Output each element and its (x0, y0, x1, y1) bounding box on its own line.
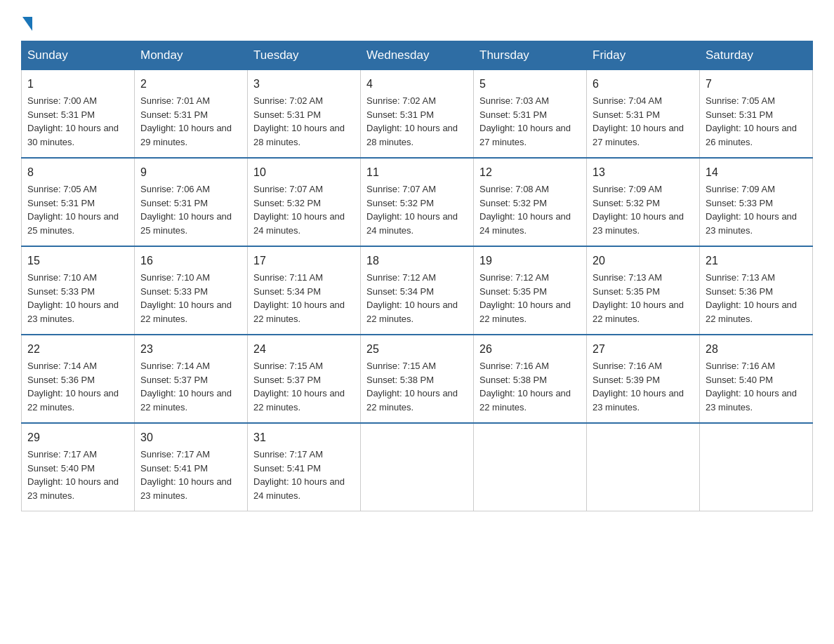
day-info: Sunrise: 7:14 AMSunset: 5:37 PMDaylight:… (140, 361, 232, 412)
day-number: 26 (479, 341, 581, 358)
day-info: Sunrise: 7:16 AMSunset: 5:38 PMDaylight:… (479, 361, 571, 412)
day-cell: 7 Sunrise: 7:05 AMSunset: 5:31 PMDayligh… (700, 70, 813, 159)
day-info: Sunrise: 7:07 AMSunset: 5:32 PMDaylight:… (253, 184, 345, 236)
day-number: 7 (706, 76, 807, 93)
day-info: Sunrise: 7:10 AMSunset: 5:33 PMDaylight:… (27, 272, 119, 324)
page-header (21, 14, 813, 28)
day-cell: 1 Sunrise: 7:00 AMSunset: 5:31 PMDayligh… (22, 70, 135, 159)
day-cell: 11 Sunrise: 7:07 AMSunset: 5:32 PMDaylig… (361, 158, 474, 246)
day-info: Sunrise: 7:05 AMSunset: 5:31 PMDaylight:… (27, 184, 119, 236)
day-info: Sunrise: 7:01 AMSunset: 5:31 PMDaylight:… (140, 95, 232, 147)
day-number: 5 (479, 76, 581, 93)
calendar-body: 1 Sunrise: 7:00 AMSunset: 5:31 PMDayligh… (22, 70, 813, 511)
day-info: Sunrise: 7:03 AMSunset: 5:31 PMDaylight:… (479, 95, 571, 147)
day-info: Sunrise: 7:15 AMSunset: 5:37 PMDaylight:… (253, 361, 345, 412)
day-number: 24 (253, 341, 355, 358)
day-number: 9 (140, 164, 241, 181)
week-row-4: 22 Sunrise: 7:14 AMSunset: 5:36 PMDaylig… (22, 335, 813, 423)
day-info: Sunrise: 7:14 AMSunset: 5:36 PMDaylight:… (27, 361, 119, 412)
header-wednesday: Wednesday (361, 41, 474, 70)
day-cell: 16 Sunrise: 7:10 AMSunset: 5:33 PMDaylig… (135, 246, 248, 335)
day-cell: 25 Sunrise: 7:15 AMSunset: 5:38 PMDaylig… (361, 335, 474, 423)
day-cell: 19 Sunrise: 7:12 AMSunset: 5:35 PMDaylig… (474, 246, 587, 335)
day-cell: 27 Sunrise: 7:16 AMSunset: 5:39 PMDaylig… (587, 335, 700, 423)
day-info: Sunrise: 7:08 AMSunset: 5:32 PMDaylight:… (479, 184, 571, 236)
day-cell: 6 Sunrise: 7:04 AMSunset: 5:31 PMDayligh… (587, 70, 700, 159)
day-cell: 10 Sunrise: 7:07 AMSunset: 5:32 PMDaylig… (248, 158, 361, 246)
day-info: Sunrise: 7:09 AMSunset: 5:32 PMDaylight:… (593, 184, 684, 236)
day-cell: 2 Sunrise: 7:01 AMSunset: 5:31 PMDayligh… (135, 70, 248, 159)
week-row-1: 1 Sunrise: 7:00 AMSunset: 5:31 PMDayligh… (22, 70, 813, 159)
logo-arrow-icon (22, 17, 32, 31)
day-info: Sunrise: 7:02 AMSunset: 5:31 PMDaylight:… (366, 95, 458, 147)
day-info: Sunrise: 7:04 AMSunset: 5:31 PMDaylight:… (593, 95, 684, 147)
day-cell: 14 Sunrise: 7:09 AMSunset: 5:33 PMDaylig… (700, 158, 813, 246)
day-info: Sunrise: 7:09 AMSunset: 5:33 PMDaylight:… (706, 184, 797, 236)
day-cell: 15 Sunrise: 7:10 AMSunset: 5:33 PMDaylig… (22, 246, 135, 335)
day-info: Sunrise: 7:12 AMSunset: 5:34 PMDaylight:… (366, 272, 458, 324)
calendar-table: SundayMondayTuesdayWednesdayThursdayFrid… (21, 41, 813, 511)
day-info: Sunrise: 7:10 AMSunset: 5:33 PMDaylight:… (140, 272, 232, 324)
day-info: Sunrise: 7:02 AMSunset: 5:31 PMDaylight:… (253, 95, 345, 147)
day-cell: 3 Sunrise: 7:02 AMSunset: 5:31 PMDayligh… (248, 70, 361, 159)
day-cell: 20 Sunrise: 7:13 AMSunset: 5:35 PMDaylig… (587, 246, 700, 335)
logo (21, 14, 34, 28)
day-number: 18 (366, 253, 468, 269)
day-info: Sunrise: 7:11 AMSunset: 5:34 PMDaylight:… (253, 272, 345, 324)
day-cell: 26 Sunrise: 7:16 AMSunset: 5:38 PMDaylig… (474, 335, 587, 423)
day-info: Sunrise: 7:13 AMSunset: 5:35 PMDaylight:… (593, 272, 684, 324)
day-number: 29 (27, 429, 128, 446)
header-row: SundayMondayTuesdayWednesdayThursdayFrid… (22, 41, 813, 70)
day-number: 28 (706, 341, 807, 358)
day-info: Sunrise: 7:16 AMSunset: 5:40 PMDaylight:… (706, 361, 797, 412)
day-info: Sunrise: 7:12 AMSunset: 5:35 PMDaylight:… (479, 272, 571, 324)
day-number: 6 (593, 76, 694, 93)
header-tuesday: Tuesday (248, 41, 361, 70)
day-number: 4 (366, 76, 468, 93)
day-cell (700, 423, 813, 511)
day-number: 21 (706, 253, 807, 269)
day-cell: 9 Sunrise: 7:06 AMSunset: 5:31 PMDayligh… (135, 158, 248, 246)
header-monday: Monday (135, 41, 248, 70)
day-number: 15 (27, 253, 128, 269)
day-cell: 28 Sunrise: 7:16 AMSunset: 5:40 PMDaylig… (700, 335, 813, 423)
day-number: 11 (366, 164, 468, 181)
day-cell (361, 423, 474, 511)
day-number: 25 (366, 341, 468, 358)
day-cell: 5 Sunrise: 7:03 AMSunset: 5:31 PMDayligh… (474, 70, 587, 159)
day-cell: 13 Sunrise: 7:09 AMSunset: 5:32 PMDaylig… (587, 158, 700, 246)
header-friday: Friday (587, 41, 700, 70)
week-row-3: 15 Sunrise: 7:10 AMSunset: 5:33 PMDaylig… (22, 246, 813, 335)
day-cell: 17 Sunrise: 7:11 AMSunset: 5:34 PMDaylig… (248, 246, 361, 335)
day-cell: 29 Sunrise: 7:17 AMSunset: 5:40 PMDaylig… (22, 423, 135, 511)
day-number: 13 (593, 164, 694, 181)
header-saturday: Saturday (700, 41, 813, 70)
day-cell: 24 Sunrise: 7:15 AMSunset: 5:37 PMDaylig… (248, 335, 361, 423)
day-number: 30 (140, 429, 241, 446)
day-cell: 22 Sunrise: 7:14 AMSunset: 5:36 PMDaylig… (22, 335, 135, 423)
day-number: 20 (593, 253, 694, 269)
day-info: Sunrise: 7:17 AMSunset: 5:41 PMDaylight:… (253, 449, 345, 501)
day-cell: 23 Sunrise: 7:14 AMSunset: 5:37 PMDaylig… (135, 335, 248, 423)
day-number: 17 (253, 253, 355, 269)
day-info: Sunrise: 7:07 AMSunset: 5:32 PMDaylight:… (366, 184, 458, 236)
day-number: 12 (479, 164, 581, 181)
day-number: 8 (27, 164, 128, 181)
day-cell: 18 Sunrise: 7:12 AMSunset: 5:34 PMDaylig… (361, 246, 474, 335)
day-number: 27 (593, 341, 694, 358)
day-info: Sunrise: 7:17 AMSunset: 5:40 PMDaylight:… (27, 449, 119, 501)
day-cell (587, 423, 700, 511)
day-number: 14 (706, 164, 807, 181)
day-number: 19 (479, 253, 581, 269)
day-cell: 31 Sunrise: 7:17 AMSunset: 5:41 PMDaylig… (248, 423, 361, 511)
week-row-5: 29 Sunrise: 7:17 AMSunset: 5:40 PMDaylig… (22, 423, 813, 511)
day-info: Sunrise: 7:13 AMSunset: 5:36 PMDaylight:… (706, 272, 797, 324)
day-number: 1 (27, 76, 128, 93)
day-cell: 8 Sunrise: 7:05 AMSunset: 5:31 PMDayligh… (22, 158, 135, 246)
day-number: 2 (140, 76, 241, 93)
day-info: Sunrise: 7:05 AMSunset: 5:31 PMDaylight:… (706, 95, 797, 147)
day-cell (474, 423, 587, 511)
day-cell: 21 Sunrise: 7:13 AMSunset: 5:36 PMDaylig… (700, 246, 813, 335)
day-info: Sunrise: 7:06 AMSunset: 5:31 PMDaylight:… (140, 184, 232, 236)
day-number: 22 (27, 341, 128, 358)
